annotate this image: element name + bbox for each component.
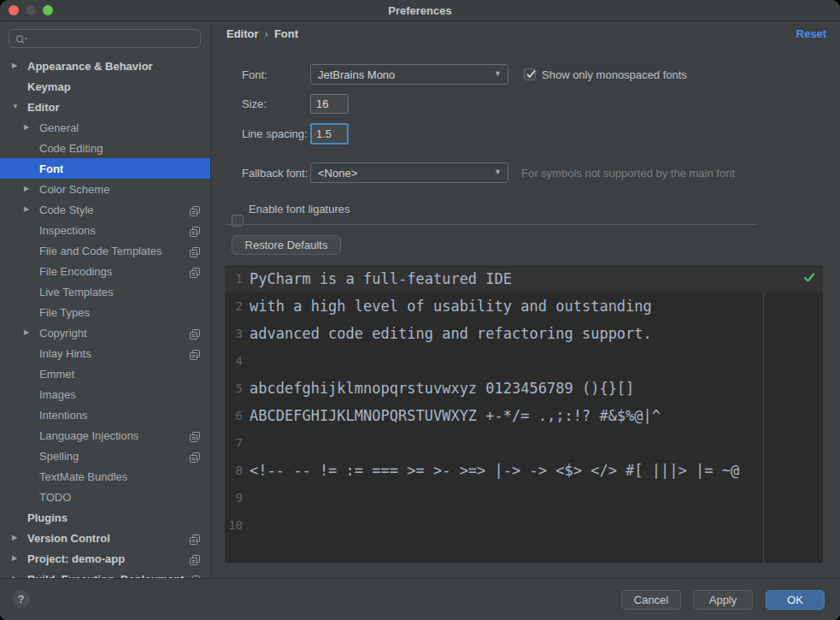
sidebar-item-version-control[interactable]: ▶Version Control	[0, 528, 211, 548]
line-spacing-label: Line spacing:	[242, 127, 308, 140]
preview-line-text	[247, 484, 823, 511]
fallback-font-hint: For symbols not supported by the main fo…	[521, 167, 735, 180]
sidebar-item-label: Inspections	[39, 224, 190, 237]
preview-line-text: <!-- -- != := === >= >- >=> |-> -> <$> <…	[247, 457, 823, 484]
show-only-monospaced-checkbox[interactable]	[524, 68, 536, 80]
chevron-collapsed-icon[interactable]: ▶	[24, 199, 39, 220]
ok-button[interactable]: OK	[766, 590, 825, 610]
sidebar-item-label: Language Injections	[39, 429, 190, 442]
preview-lines: 1PyCharm is a full-featured IDE2with a h…	[225, 265, 823, 539]
sidebar-item-color-scheme[interactable]: ▶Color Scheme	[0, 179, 211, 199]
chevron-collapsed-icon[interactable]: ▶	[24, 117, 39, 138]
fallback-font-select[interactable]: <None> ▼	[310, 162, 508, 183]
settings-tree: ▶Appearance & BehaviorKeymap▼Editor▶Gene…	[0, 56, 211, 578]
sidebar-item-build-execution-deployment[interactable]: ▶Build, Execution, Deployment	[0, 569, 211, 578]
sidebar-item-language-injections[interactable]: Language Injections	[0, 425, 211, 446]
line-number: 7	[225, 429, 247, 457]
sidebar-item-font[interactable]: Font	[0, 158, 211, 179]
breadcrumb: Editor › Font	[226, 27, 298, 40]
size-input[interactable]	[310, 94, 349, 114]
preview-line-text	[247, 347, 823, 375]
search-input[interactable]	[32, 31, 194, 46]
sidebar-item-inspections[interactable]: Inspections	[0, 220, 211, 240]
titlebar: Preferences	[0, 0, 840, 21]
reset-link[interactable]: Reset	[796, 27, 826, 40]
breadcrumb-item-editor[interactable]: Editor	[226, 27, 259, 40]
restore-defaults-button[interactable]: Restore Defaults	[232, 235, 341, 255]
preview-line: 8<!-- -- != := === >= >- >=> |-> -> <$> …	[225, 457, 823, 484]
sidebar-item-intentions[interactable]: Intentions	[0, 404, 211, 425]
line-number: 1	[225, 265, 247, 292]
preview-line-text: with a high level of usability and outst…	[247, 292, 823, 320]
chevron-collapsed-icon[interactable]: ▶	[12, 528, 27, 548]
sidebar-item-label: Spelling	[39, 450, 190, 463]
sidebar-item-label: File and Code Templates	[39, 245, 190, 257]
project-level-settings-icon	[190, 451, 200, 461]
sidebar-item-live-templates[interactable]: Live Templates	[0, 281, 211, 302]
sidebar-item-label: TextMate Bundles	[39, 470, 200, 483]
chevron-collapsed-icon[interactable]: ▶	[24, 322, 39, 343]
cancel-button[interactable]: Cancel	[621, 590, 681, 610]
project-level-settings-icon	[190, 553, 200, 564]
fallback-font-label: Fallback font:	[242, 167, 308, 180]
sidebar-item-project-demo-app[interactable]: ▶Project: demo-app	[0, 548, 211, 569]
separator	[226, 224, 756, 225]
sidebar-item-plugins[interactable]: Plugins	[0, 507, 211, 528]
sidebar-item-emmet[interactable]: Emmet	[0, 363, 211, 384]
sidebar-item-label: TODO	[39, 491, 200, 504]
sidebar-item-copyright[interactable]: ▶Copyright	[0, 322, 211, 343]
project-level-settings-icon	[190, 328, 200, 338]
breadcrumb-chevron-icon: ›	[265, 27, 268, 40]
preview-line: 7	[225, 429, 823, 457]
project-level-settings-icon	[190, 225, 200, 235]
sidebar-item-label: Live Templates	[39, 286, 200, 298]
sidebar-item-images[interactable]: Images	[0, 384, 211, 404]
sidebar-item-spelling[interactable]: Spelling	[0, 446, 211, 466]
font-family-select[interactable]: JetBrains Mono ▼	[310, 64, 508, 85]
sidebar-item-todo[interactable]: TODO	[0, 487, 211, 507]
chevron-collapsed-icon[interactable]: ▶	[24, 179, 39, 199]
chevron-collapsed-icon[interactable]: ▶	[12, 56, 27, 76]
preview-line: 6ABCDEFGHIJKLMNOPQRSTUVWXYZ +-*/= .,;:!?…	[225, 402, 823, 429]
font-preview-editor[interactable]: 1PyCharm is a full-featured IDE2with a h…	[225, 265, 823, 563]
success-checkmark-icon	[803, 271, 815, 286]
sidebar-item-label: Keymap	[27, 80, 200, 93]
sidebar-item-code-style[interactable]: ▶Code Style	[0, 199, 211, 220]
sidebar-item-editor[interactable]: ▼Editor	[0, 97, 211, 117]
font-label: Font:	[242, 68, 267, 81]
search-icon	[15, 33, 29, 50]
sidebar-item-inlay-hints[interactable]: Inlay Hints	[0, 343, 211, 363]
sidebar-item-appearance-behavior[interactable]: ▶Appearance & Behavior	[0, 56, 211, 76]
footer-bar: ? Cancel Apply OK	[0, 578, 840, 620]
sidebar-item-label: Images	[39, 388, 200, 401]
sidebar-item-file-and-code-templates[interactable]: File and Code Templates	[0, 240, 211, 261]
sidebar-item-label: Editor	[27, 101, 200, 114]
show-only-monospaced-label: Show only monospaced fonts	[542, 68, 687, 81]
line-spacing-input[interactable]	[310, 123, 349, 145]
chevron-collapsed-icon[interactable]: ▶	[12, 548, 27, 569]
line-number: 9	[225, 484, 247, 511]
sidebar-item-label: Code Editing	[39, 142, 200, 155]
preview-line-text: ABCDEFGHIJKLMNOPQRSTUVWXYZ +-*/= .,;:!? …	[247, 402, 823, 429]
chevron-collapsed-icon[interactable]: ▶	[12, 569, 27, 578]
sidebar-item-label: Project: demo-app	[27, 552, 190, 565]
preview-line: 2with a high level of usability and outs…	[225, 292, 823, 320]
sidebar-item-code-editing[interactable]: Code Editing	[0, 138, 211, 158]
apply-button[interactable]: Apply	[693, 590, 753, 610]
preview-line-text	[247, 511, 823, 539]
sidebar-item-label: Emmet	[39, 368, 200, 381]
enable-ligatures-label: Enable font ligatures	[249, 203, 350, 216]
sidebar-item-general[interactable]: ▶General	[0, 117, 211, 138]
chevron-expanded-icon[interactable]: ▼	[12, 97, 27, 117]
help-button[interactable]: ?	[12, 590, 30, 608]
chevron-down-icon: ▼	[494, 69, 502, 78]
sidebar-item-keymap[interactable]: Keymap	[0, 76, 211, 97]
sidebar-item-file-encodings[interactable]: File Encodings	[0, 261, 211, 281]
sidebar-item-file-types[interactable]: File Types	[0, 302, 211, 322]
preview-line: 4	[225, 347, 823, 375]
sidebar-item-label: Intentions	[39, 409, 200, 422]
preview-line-text: PyCharm is a full-featured IDE	[247, 265, 823, 292]
sidebar-item-textmate-bundles[interactable]: TextMate Bundles	[0, 466, 211, 487]
line-number: 10	[225, 511, 247, 539]
line-number: 6	[225, 402, 247, 429]
